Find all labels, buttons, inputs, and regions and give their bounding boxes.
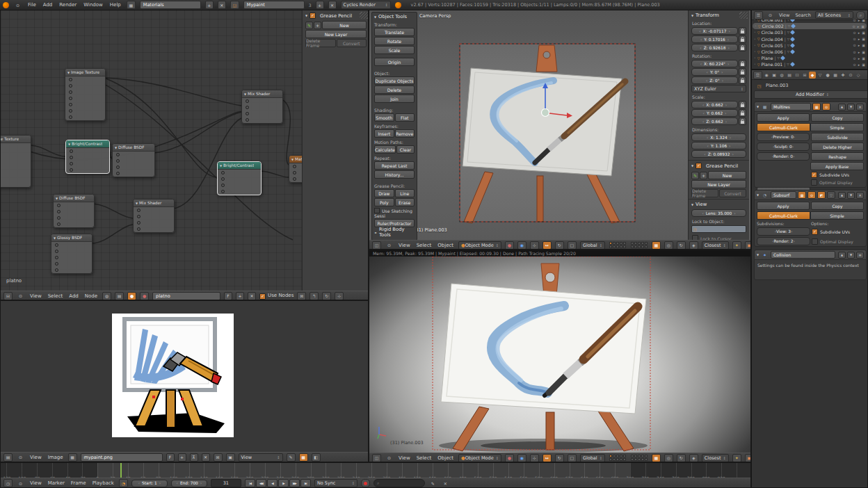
- viewport-menu-item[interactable]: View: [397, 243, 412, 248]
- shader-node[interactable]: ▼ Diffuse BSDF: [53, 194, 95, 228]
- visibility-eye-icon[interactable]: ⊙: [853, 24, 855, 29]
- snap-magnet-icon[interactable]: ◎: [664, 241, 673, 250]
- transport-button[interactable]: ▶|: [300, 479, 311, 487]
- toolshelf-item[interactable]: Calculate Clear: [374, 145, 415, 154]
- node-socket[interactable]: [57, 216, 61, 220]
- channel-icon[interactable]: ▦: [299, 453, 308, 462]
- pin-icon[interactable]: ⊠: [297, 292, 306, 300]
- gp-panel-title[interactable]: ▼✓Grease Pencil: [689, 160, 749, 170]
- render-engine-select[interactable]: Cycles Render: [341, 1, 391, 9]
- shader-node[interactable]: ▼ Mix Shader: [133, 199, 175, 233]
- shader-node[interactable]: ▼ Diffuse BSDF: [112, 143, 155, 177]
- reshape-button[interactable]: Reshape: [811, 152, 864, 161]
- rotation-value[interactable]: Z: 0°: [691, 76, 738, 84]
- object-name[interactable]: Plane: [762, 56, 773, 60]
- type-catmull-clark-button[interactable]: Catmull-Clark: [757, 211, 810, 220]
- timeline-menu-item[interactable]: View: [29, 480, 43, 486]
- render-anim-icon[interactable]: ▣: [745, 454, 751, 462]
- header-menu-icon[interactable]: ⊙: [16, 479, 25, 487]
- panel-resize-grip[interactable]: [360, 12, 368, 19]
- collapse-icon[interactable]: ▼: [56, 197, 58, 200]
- move-down-button[interactable]: ▼: [847, 104, 855, 111]
- toolshelf-item[interactable]: Translate: [374, 28, 415, 36]
- image-menu-item[interactable]: View: [29, 455, 43, 460]
- lock-icon[interactable]: [739, 44, 746, 51]
- selectability-icon[interactable]: ▸: [858, 50, 860, 54]
- node-socket[interactable]: [69, 97, 72, 100]
- panel-checkbox[interactable]: ✓: [310, 13, 316, 19]
- toolshelf-button[interactable]: Duplicate Objects: [374, 76, 415, 85]
- subdivide-uvs-checkbox[interactable]: ✓Subdivide UVs: [812, 227, 864, 236]
- add-icon[interactable]: +: [314, 22, 321, 29]
- modifier-name-field[interactable]: Collision: [771, 251, 835, 259]
- node-header[interactable]: ▼ Glossy BSDF: [51, 234, 92, 242]
- optimal-display-checkbox[interactable]: Optimal Display: [811, 179, 864, 186]
- toolshelf-item[interactable]: Rotate: [374, 37, 415, 45]
- object-name[interactable]: Circle.006: [762, 49, 783, 54]
- pencil-icon[interactable]: ✎: [428, 479, 437, 487]
- lens-value[interactable]: Lens: 35.000: [691, 209, 746, 217]
- lock-icon[interactable]: [739, 27, 746, 35]
- renderability-icon[interactable]: ▣: [862, 19, 865, 22]
- lock-icon[interactable]: [739, 109, 746, 117]
- lock-icon[interactable]: [739, 35, 746, 43]
- viewport-camera-content[interactable]: Camera Persp (31) Plane.003 ▼Object Tool…: [369, 10, 751, 240]
- properties-tab-icon[interactable]: ⊡: [794, 72, 801, 79]
- properties-tab-icon[interactable]: ◍: [778, 72, 785, 79]
- apply-button[interactable]: Apply: [757, 202, 810, 210]
- toolshelf-button[interactable]: Join: [374, 95, 415, 103]
- timeline-ruler[interactable]: -120-100-80-60-40-2002040608010012014016…: [1, 463, 751, 478]
- toolshelf-button-b[interactable]: Remove: [395, 129, 415, 138]
- grease-pencil-panel-title[interactable]: ▼ ✓ Grease Pencil: [303, 10, 369, 20]
- toolshelf-button[interactable]: Smooth: [374, 113, 394, 122]
- lock-icon[interactable]: [739, 60, 746, 67]
- collapse-icon[interactable]: ▼: [757, 253, 759, 257]
- lock-icon[interactable]: [739, 117, 746, 125]
- outliner-menu-item[interactable]: View: [778, 13, 791, 18]
- screen-layout-icon[interactable]: ▦: [127, 1, 136, 9]
- disclosure-icon[interactable]: ◦: [754, 44, 756, 47]
- node-socket[interactable]: [221, 171, 225, 174]
- node-socket[interactable]: [55, 268, 58, 272]
- node-socket[interactable]: [221, 184, 225, 187]
- dimension-value[interactable]: X: 1.324: [691, 133, 746, 141]
- layer-grid-1[interactable]: [609, 455, 626, 461]
- breadcrumb-object-name[interactable]: Plane.003: [766, 83, 788, 88]
- shader-node[interactable]: ▼ Mix Shader: [241, 90, 283, 124]
- node-socket[interactable]: [116, 165, 120, 169]
- node-socket[interactable]: [57, 204, 61, 207]
- parent-node-icon[interactable]: ↰: [310, 292, 319, 300]
- apply-button[interactable]: Apply: [757, 113, 810, 122]
- move-up-button[interactable]: ▲: [838, 104, 846, 111]
- node-socket[interactable]: [57, 222, 61, 226]
- header-menu-icon[interactable]: ⊙: [385, 454, 394, 462]
- node-socket[interactable]: [137, 221, 140, 225]
- render-visibility-toggle[interactable]: ▦: [812, 103, 821, 111]
- toolshelf-button-b[interactable]: Clear: [396, 145, 415, 154]
- image-type-icon[interactable]: ▣: [226, 453, 235, 462]
- toolshelf-item[interactable]: Join: [374, 95, 415, 103]
- viewport-visibility-toggle[interactable]: ⊙: [807, 191, 816, 199]
- orientation-select[interactable]: Global: [580, 241, 605, 250]
- add-scene-button[interactable]: +: [316, 1, 324, 9]
- render-opengl-icon[interactable]: ✦: [732, 454, 741, 462]
- collapse-icon[interactable]: ▼: [757, 105, 759, 108]
- unlink-material-button[interactable]: ✕: [248, 292, 256, 300]
- visibility-eye-icon[interactable]: ⊙: [853, 37, 856, 41]
- node-socket[interactable]: [70, 168, 73, 172]
- properties-tab-icon[interactable]: ▽: [817, 72, 823, 79]
- shader-node[interactable]: ▼ Bright/Contrast: [217, 161, 262, 195]
- object-name[interactable]: Plane.001: [762, 62, 783, 67]
- rotation-value[interactable]: X: 60.224°: [691, 60, 738, 67]
- add-icon[interactable]: +: [700, 172, 707, 179]
- node-socket[interactable]: [55, 243, 58, 247]
- new-material-button[interactable]: +: [236, 292, 244, 300]
- search-icon[interactable]: ⌕: [856, 11, 865, 19]
- node-socket[interactable]: [137, 215, 140, 218]
- move-down-button[interactable]: ▼: [847, 192, 855, 199]
- visibility-eye-icon[interactable]: ⊙: [853, 31, 856, 35]
- topbar-menu-item[interactable]: File: [26, 2, 38, 8]
- selectability-icon[interactable]: ▸: [858, 43, 860, 47]
- viewport-menu-item[interactable]: Select: [415, 455, 433, 461]
- render-level-value[interactable]: Render: 0: [757, 152, 810, 161]
